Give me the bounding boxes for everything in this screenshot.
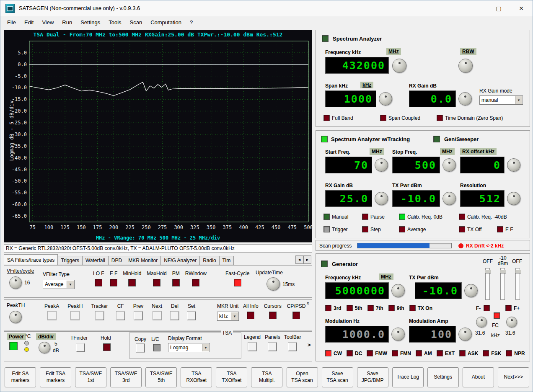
rx-gain-mode-select[interactable]: manual — [479, 95, 523, 105]
sa-span-knob[interactable] — [379, 92, 392, 106]
f-minus-checkbox[interactable] — [484, 305, 490, 311]
tracking-option-checkbox[interactable] — [459, 226, 465, 232]
modulation-mode-checkbox[interactable] — [483, 350, 489, 356]
bottom-bar-button[interactable]: TSA/SWE 1st — [75, 367, 106, 387]
sa-rbw-label[interactable]: RBW — [460, 48, 476, 55]
bottom-bar-button[interactable]: Save JPG/BMP — [357, 367, 388, 387]
menu-item[interactable]: Run — [58, 18, 76, 27]
tab-mkr-monitor[interactable]: MKR Monitor — [125, 256, 161, 265]
filter-option-checkbox[interactable] — [192, 279, 199, 286]
bottom-bar-button[interactable]: Settings — [427, 367, 459, 387]
mkr-unit-select[interactable]: kHz — [217, 312, 239, 321]
sa-option-checkbox[interactable] — [437, 115, 443, 121]
marker-option-checkbox[interactable] — [247, 312, 254, 319]
marker-button[interactable] — [96, 312, 104, 320]
tab-dpd[interactable]: DPD — [109, 256, 125, 265]
bottom-bar-button[interactable]: Trace Log — [392, 367, 424, 387]
attenuation-slider-2[interactable] — [500, 268, 505, 300]
harmonic-option-checkbox[interactable] — [325, 305, 331, 311]
update-time-knob[interactable] — [266, 277, 280, 291]
gen-sweeper-indicator[interactable] — [433, 136, 440, 142]
temp-gray-indicator[interactable] — [24, 341, 29, 346]
tfinder-button[interactable] — [76, 343, 85, 352]
tracking-tx-pwr-display[interactable]: -10.0 — [392, 190, 440, 207]
sa-rx-gain-knob[interactable] — [458, 92, 472, 106]
bottom-bar-button[interactable]: TSA/SWE 5th — [145, 367, 177, 387]
bottom-bar-button[interactable]: TSA Multipl. — [251, 367, 282, 387]
rx-offset-label[interactable]: RX offset kHz — [460, 148, 497, 155]
bottom-bar-button[interactable]: Next>>> — [498, 367, 529, 387]
tracking-option-checkbox[interactable] — [362, 226, 368, 232]
bottom-bar-button[interactable]: Save TSA scan — [322, 367, 353, 387]
modulation-mode-checkbox[interactable] — [416, 350, 422, 356]
dbdiv-label[interactable]: dB/div — [36, 333, 56, 340]
minimize-button[interactable]: – — [465, 0, 487, 16]
gen-tx-pwr-knob[interactable] — [464, 284, 478, 297]
modulation-mode-checkbox[interactable] — [506, 350, 512, 356]
bottom-bar-button[interactable]: About — [463, 367, 494, 387]
power-label[interactable]: Power — [7, 333, 26, 340]
dbdiv-knob[interactable] — [39, 342, 50, 353]
tracking-option-checkbox[interactable] — [362, 214, 368, 220]
rx-offset-display[interactable]: 0 — [460, 157, 505, 173]
stop-freq-knob[interactable] — [442, 158, 456, 172]
tracking-enable-indicator[interactable] — [321, 136, 328, 142]
tracking-option-checkbox[interactable] — [399, 214, 405, 220]
tracking-option-checkbox[interactable] — [399, 226, 405, 232]
rx-offset-knob[interactable] — [507, 158, 520, 172]
panels-button[interactable] — [268, 343, 277, 351]
sa-mhz-unit-chip[interactable]: MHz — [386, 48, 401, 55]
marker-button[interactable] — [48, 312, 56, 320]
peakth-knob[interactable] — [9, 311, 22, 323]
sa-option-checkbox[interactable] — [380, 115, 386, 121]
sa-khz-unit-chip[interactable]: kHz — [360, 82, 373, 88]
vfilter-type-select[interactable]: Average — [43, 280, 75, 289]
tab-triggers[interactable]: Triggers — [58, 256, 83, 265]
tab-scroll-left-icon[interactable]: ◄ — [295, 255, 303, 264]
sa-frequency-knob[interactable] — [392, 59, 406, 73]
fc-checkbox[interactable] — [494, 312, 500, 319]
marker-option-checkbox[interactable] — [292, 312, 300, 319]
harmonic-option-checkbox[interactable] — [347, 305, 353, 311]
modulation-mode-checkbox[interactable] — [325, 350, 331, 356]
tracking-rx-gain-display[interactable]: 25.0 — [325, 190, 372, 207]
menu-item[interactable]: Settings — [76, 18, 104, 27]
power-indicator[interactable] — [9, 342, 18, 350]
modulation-mode-checkbox[interactable] — [367, 350, 373, 356]
attenuation-slider-1[interactable] — [485, 268, 490, 300]
modulation-mode-checkbox[interactable] — [392, 350, 398, 356]
sa-span-display[interactable]: 1000 — [325, 90, 376, 107]
harmonic-option-checkbox[interactable] — [409, 305, 416, 311]
stop-freq-display[interactable]: 500 — [392, 157, 440, 173]
modulation-mode-checkbox[interactable] — [347, 350, 353, 356]
bottom-bar-button[interactable]: TSA/SWE 3rd — [110, 367, 142, 387]
sa-rbw-knob[interactable] — [458, 59, 473, 73]
f-plus-checkbox[interactable] — [505, 305, 512, 311]
legend-button[interactable] — [248, 343, 256, 351]
modulation-amp-knob[interactable] — [458, 328, 472, 341]
harmonic-option-checkbox[interactable] — [367, 305, 374, 311]
sa-enable-indicator[interactable] — [322, 35, 329, 42]
stop-freq-unit-chip[interactable]: MHz — [440, 148, 455, 155]
filter-option-checkbox[interactable] — [128, 279, 136, 286]
start-freq-display[interactable]: 70 — [325, 157, 372, 173]
tab-scroll-right-icon[interactable]: ► — [303, 255, 311, 264]
resolution-display[interactable]: 512 — [460, 190, 505, 207]
menu-item[interactable]: Tools — [104, 18, 125, 27]
start-freq-knob[interactable] — [375, 158, 388, 172]
resolution-knob[interactable] — [507, 192, 520, 205]
gen-frequency-display[interactable]: 5000000 — [325, 282, 389, 299]
tab-sa-filters[interactable]: SA Filters/trace types — [4, 254, 58, 265]
bottom-bar-button[interactable]: Edit SA markers — [5, 367, 36, 387]
menu-item[interactable]: View — [38, 18, 58, 27]
start-freq-unit-chip[interactable]: MHz — [370, 148, 384, 155]
menu-item[interactable]: File — [3, 18, 20, 27]
tracking-option-checkbox[interactable] — [323, 214, 330, 220]
marker-option-checkbox[interactable] — [269, 312, 277, 319]
vfilter-cycle-knob[interactable] — [9, 276, 22, 289]
filter-option-checkbox[interactable] — [110, 279, 117, 286]
tracking-tx-pwr-knob[interactable] — [442, 192, 456, 205]
tracking-option-checkbox[interactable] — [459, 214, 465, 220]
close-button[interactable]: ✕ — [510, 0, 533, 16]
filter-option-checkbox[interactable] — [172, 279, 180, 286]
